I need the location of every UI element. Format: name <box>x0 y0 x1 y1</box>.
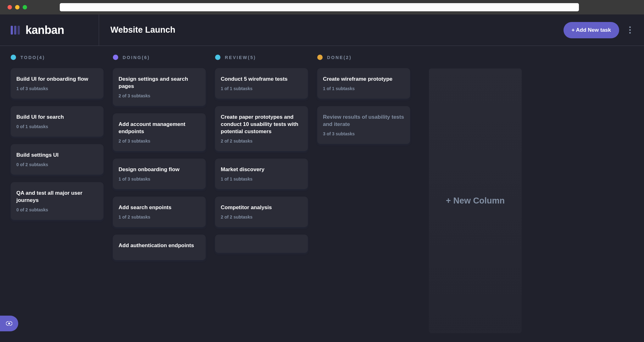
task-title: Market discovery <box>221 166 302 173</box>
more-options-button[interactable] <box>627 24 633 35</box>
task-title: Build UI for onboarding flow <box>16 76 98 83</box>
column-label: DOING(6) <box>123 55 150 60</box>
task-title: Build UI for search <box>16 114 98 121</box>
column-status-dot <box>317 55 323 60</box>
add-task-button[interactable]: + Add New task <box>564 22 619 38</box>
app-header: kanban Website Launch + Add New task <box>0 14 644 46</box>
task-subtasks: 1 of 3 subtasks <box>119 176 200 182</box>
task-subtasks: 1 of 2 subtasks <box>119 214 200 220</box>
task-title: QA and test all major user journeys <box>16 190 98 204</box>
column-review: REVIEW(5)Conduct 5 wireframe tests1 of 1… <box>215 55 308 333</box>
task-card[interactable]: Competitor analysis2 of 2 subtasks <box>215 197 308 227</box>
task-title: Add search enpoints <box>119 204 200 211</box>
task-title: Design settings and search pages <box>119 76 200 90</box>
task-subtasks: 2 of 3 subtasks <box>119 138 200 144</box>
traffic-lights <box>8 5 27 9</box>
task-card[interactable]: Design settings and search pages2 of 3 s… <box>113 68 206 106</box>
task-card[interactable]: Add account management endpoints2 of 3 s… <box>113 113 206 151</box>
task-subtasks: 0 of 1 subtasks <box>16 124 98 129</box>
column-label: DONE(2) <box>327 55 352 60</box>
close-window-button[interactable] <box>8 5 12 9</box>
cards-container: Build UI for onboarding flow1 of 3 subta… <box>11 68 103 220</box>
window-titlebar <box>0 0 644 14</box>
column-status-dot <box>215 55 220 60</box>
task-title: Design onboarding flow <box>119 166 200 173</box>
task-card[interactable]: Create wireframe prototype1 of 1 subtask… <box>317 68 410 99</box>
new-column-button[interactable]: + New Column <box>429 68 522 333</box>
column-label: REVIEW(5) <box>225 55 256 60</box>
task-subtasks: 1 of 1 subtasks <box>221 86 302 91</box>
board-title: Website Launch <box>110 25 175 35</box>
header-actions: + Add New task <box>564 22 633 38</box>
column-header: REVIEW(5) <box>215 55 308 60</box>
task-card[interactable]: Add authentication endpoints <box>113 235 206 260</box>
logo-block: kanban <box>0 14 99 46</box>
task-card[interactable]: Create paper prototypes and conduct 10 u… <box>215 106 308 151</box>
task-card[interactable]: QA and test all major user journeys0 of … <box>11 182 103 220</box>
task-subtasks: 1 of 1 subtasks <box>221 176 302 182</box>
column-done: DONE(2)Create wireframe prototype1 of 1 … <box>317 55 410 333</box>
minimize-window-button[interactable] <box>15 5 19 9</box>
show-sidebar-button[interactable] <box>0 316 18 331</box>
task-title: Add authentication endpoints <box>119 242 200 249</box>
task-card[interactable]: Build settings UI0 of 2 subtasks <box>11 144 103 175</box>
eye-icon <box>6 321 12 326</box>
column-todo: TODO(4)Build UI for onboarding flow1 of … <box>11 55 103 333</box>
column-header: DOING(6) <box>113 55 206 60</box>
task-subtasks: 2 of 2 subtasks <box>221 138 302 144</box>
task-card[interactable]: Build UI for search0 of 1 subtasks <box>11 106 103 137</box>
task-subtasks: 2 of 3 subtasks <box>119 93 200 98</box>
column-header: TODO(4) <box>11 55 103 60</box>
task-subtasks: 0 of 2 subtasks <box>16 207 98 212</box>
task-card[interactable]: Market discovery1 of 1 subtasks <box>215 159 308 189</box>
task-title: Add account management endpoints <box>119 121 200 135</box>
board-title-block: Website Launch + Add New task <box>99 22 644 38</box>
task-title: Create wireframe prototype <box>323 76 404 83</box>
logo-text: kanban <box>25 24 64 37</box>
task-subtasks: 0 of 2 subtasks <box>16 162 98 167</box>
url-bar[interactable] <box>60 3 579 11</box>
column-doing: DOING(6)Design settings and search pages… <box>113 55 206 333</box>
task-subtasks: 3 of 3 subtasks <box>323 131 404 136</box>
column-status-dot <box>11 55 16 60</box>
task-card[interactable] <box>215 235 308 253</box>
task-card[interactable]: Design onboarding flow1 of 3 subtasks <box>113 159 206 189</box>
maximize-window-button[interactable] <box>23 5 27 9</box>
task-title: Conduct 5 wireframe tests <box>221 76 302 83</box>
task-subtasks: 2 of 2 subtasks <box>221 214 302 220</box>
column-status-dot <box>113 55 118 60</box>
task-title: Competitor analysis <box>221 204 302 211</box>
cards-container: Create wireframe prototype1 of 1 subtask… <box>317 68 410 144</box>
task-card[interactable]: Build UI for onboarding flow1 of 3 subta… <box>11 68 103 99</box>
task-title: Build settings UI <box>16 152 98 159</box>
column-header: DONE(2) <box>317 55 410 60</box>
task-card[interactable]: Add search enpoints1 of 2 subtasks <box>113 197 206 227</box>
task-title: Create paper prototypes and conduct 10 u… <box>221 114 302 135</box>
task-card[interactable]: Conduct 5 wireframe tests1 of 1 subtasks <box>215 68 308 99</box>
kanban-board: TODO(4)Build UI for onboarding flow1 of … <box>0 46 644 342</box>
task-card[interactable]: Review results of usability tests and it… <box>317 106 410 144</box>
cards-container: Design settings and search pages2 of 3 s… <box>113 68 206 260</box>
task-subtasks: 1 of 3 subtasks <box>16 86 98 91</box>
cards-container: Conduct 5 wireframe tests1 of 1 subtasks… <box>215 68 308 253</box>
svg-point-1 <box>8 323 10 324</box>
task-subtasks: 1 of 1 subtasks <box>323 86 404 91</box>
logo-icon <box>11 26 20 35</box>
task-title: Review results of usability tests and it… <box>323 114 404 128</box>
column-label: TODO(4) <box>20 55 45 60</box>
new-column-label: + New Column <box>446 196 505 206</box>
